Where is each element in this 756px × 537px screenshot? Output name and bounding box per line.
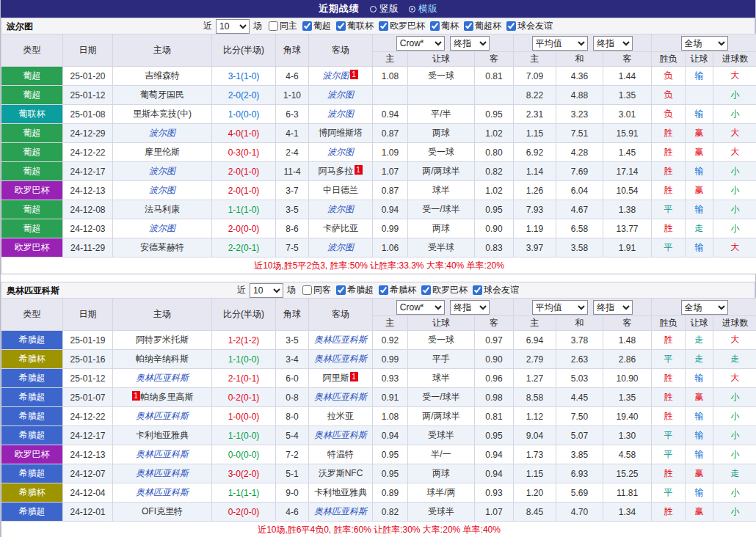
avg-home-odds: 1.12 <box>514 407 556 426</box>
checkbox-input[interactable] <box>269 21 278 31</box>
team-link[interactable]: 阿特罗米托斯 <box>136 335 189 345</box>
team-link[interactable]: 吉维森特 <box>145 70 180 81</box>
avg-draw-odds: 5.03 <box>556 369 603 388</box>
checkbox-input[interactable] <box>336 21 346 31</box>
team-link[interactable]: 法马利康 <box>145 204 180 214</box>
average-provider-select[interactable]: 平均值 <box>532 36 588 51</box>
checkbox-input[interactable] <box>379 21 388 31</box>
filter-checkbox[interactable]: 葡联杯 <box>336 20 374 32</box>
match-count-select[interactable]: 10 <box>216 19 250 34</box>
team-cell: 中日德兰 <box>309 181 373 200</box>
avg-home-odds: 2.79 <box>514 350 556 369</box>
checkbox-input[interactable] <box>506 21 516 31</box>
team-link[interactable]: 波尔图 <box>149 166 175 176</box>
filter-checkbox[interactable]: 葡超杯 <box>464 20 501 32</box>
filter-checkbox[interactable]: 同主 <box>269 20 297 32</box>
team-link[interactable]: 拉米亚 <box>327 411 354 421</box>
handicap-line: 两球 <box>408 464 475 483</box>
odds-stage-select[interactable]: 终指 <box>450 36 490 51</box>
avg-home-odds: 9.04 <box>514 426 556 445</box>
filter-checkbox[interactable]: 葡超 <box>302 20 331 32</box>
average-provider-select[interactable]: 平均值 <box>532 300 588 315</box>
team-link[interactable]: 中日德兰 <box>323 185 358 195</box>
filter-checkbox[interactable]: 希腊杯 <box>379 284 416 296</box>
league-badge: 葡超 <box>1 200 63 219</box>
crown-home-odds: 0.92 <box>373 331 408 350</box>
team-cell: 安德莱赫特 <box>113 238 212 257</box>
team-link[interactable]: 奥林匹亚科斯 <box>136 468 189 478</box>
team-link[interactable]: 波尔图 <box>149 223 175 233</box>
team-link[interactable]: OFI克里特 <box>142 506 183 516</box>
team-link[interactable]: 波尔图 <box>327 147 354 157</box>
result-outcome: 负 <box>652 67 686 86</box>
team-link[interactable]: 特温特 <box>327 449 354 459</box>
result-outcome: 平 <box>652 200 686 219</box>
match-count-select[interactable]: 10 <box>250 283 283 298</box>
team-link[interactable]: 奥林匹亚科斯 <box>136 487 189 497</box>
crown-away-odds: 0.93 <box>475 483 514 503</box>
filter-checkbox[interactable]: 希腊超 <box>336 284 374 296</box>
result-scope-select[interactable]: 全场 <box>681 300 728 315</box>
filter-checkbox[interactable]: 球会友谊 <box>506 20 553 32</box>
match-date: 24-12-08 <box>63 200 113 219</box>
filter-checkbox[interactable]: 球会友谊 <box>473 284 519 296</box>
team-link[interactable]: 奥林匹亚科斯 <box>314 354 367 364</box>
odds-stage-select[interactable]: 终指 <box>450 300 490 315</box>
team-link[interactable]: 波尔图 <box>149 128 175 138</box>
average-stage-select[interactable]: 终指 <box>593 36 633 51</box>
team-cell: 里斯本竞技(中) <box>113 105 212 124</box>
team-link[interactable]: 卡利地亚雅典 <box>314 487 367 497</box>
checkbox-input[interactable] <box>379 285 388 295</box>
result-goals: 走 <box>713 464 756 483</box>
avg-away-odds: 1.44 <box>603 67 652 86</box>
team-link[interactable]: 里斯本竞技(中) <box>133 109 192 119</box>
team-link[interactable]: 奥林匹亚科斯 <box>314 392 367 402</box>
team-link[interactable]: 奥林匹亚科斯 <box>314 506 367 516</box>
team-link[interactable]: 帕纳多里高斯 <box>141 392 194 402</box>
layout-option-vertical[interactable]: 竖版 <box>370 2 399 15</box>
team-link[interactable]: 波尔图 <box>323 70 349 81</box>
radio-icon[interactable] <box>409 6 415 12</box>
team-link[interactable]: 博阿维斯塔 <box>319 128 363 138</box>
team-link[interactable]: 波尔图 <box>327 109 354 119</box>
checkbox-input[interactable] <box>302 21 312 31</box>
filter-checkbox[interactable]: 欧罗巴杯 <box>421 284 468 296</box>
team-link[interactable]: 沃罗斯NFC <box>319 468 363 478</box>
team-link[interactable]: 奥林匹亚科斯 <box>314 430 367 440</box>
team-link[interactable]: 帕纳辛纳科斯 <box>136 354 189 364</box>
checkbox-input[interactable] <box>336 285 346 295</box>
team-link[interactable]: 卡利地亚雅典 <box>136 430 189 440</box>
checkbox-input[interactable] <box>473 285 482 295</box>
checkbox-input[interactable] <box>430 21 440 31</box>
team-link[interactable]: 阿马多拉 <box>319 166 354 176</box>
crown-home-odds: 0.94 <box>373 200 408 219</box>
filter-checkbox[interactable]: 葡杯 <box>430 20 459 32</box>
filter-checkbox[interactable]: 欧罗巴杯 <box>379 20 425 32</box>
team-link[interactable]: 奥林匹亚科斯 <box>136 373 189 383</box>
average-stage-select[interactable]: 终指 <box>593 300 633 315</box>
team-link[interactable]: 奥林匹亚科斯 <box>136 449 189 459</box>
layout-option-horizontal[interactable]: 横版 <box>409 2 437 15</box>
checkbox-input[interactable] <box>464 21 473 31</box>
team-link[interactable]: 波尔图 <box>327 90 354 100</box>
corners: 7-5 <box>276 238 309 257</box>
avg-away-odds: 15.91 <box>603 124 652 143</box>
team-link[interactable]: 奥林匹亚科斯 <box>314 335 367 345</box>
team-link[interactable]: 卡萨比亚 <box>323 223 358 233</box>
score: 1-0(0-0) <box>212 105 276 124</box>
team-link[interactable]: 波尔图 <box>149 185 175 195</box>
team-link[interactable]: 波尔图 <box>327 204 354 214</box>
team-link[interactable]: 摩里伦斯 <box>145 147 180 157</box>
checkbox-input[interactable] <box>302 285 312 295</box>
team-link[interactable]: 波尔图 <box>327 242 354 252</box>
team-link[interactable]: 葡萄牙国民 <box>140 90 184 100</box>
result-scope-select[interactable]: 全场 <box>681 36 728 51</box>
team-link[interactable]: 阿里斯 <box>323 373 349 383</box>
radio-icon[interactable] <box>370 6 377 12</box>
filter-checkbox[interactable]: 同客 <box>302 284 331 296</box>
odds-provider-select[interactable]: Crow* <box>396 300 445 315</box>
checkbox-input[interactable] <box>421 285 431 295</box>
odds-provider-select[interactable]: Crow* <box>396 36 445 51</box>
team-link[interactable]: 奥林匹亚科斯 <box>136 411 189 421</box>
team-link[interactable]: 安德莱赫特 <box>140 242 184 252</box>
